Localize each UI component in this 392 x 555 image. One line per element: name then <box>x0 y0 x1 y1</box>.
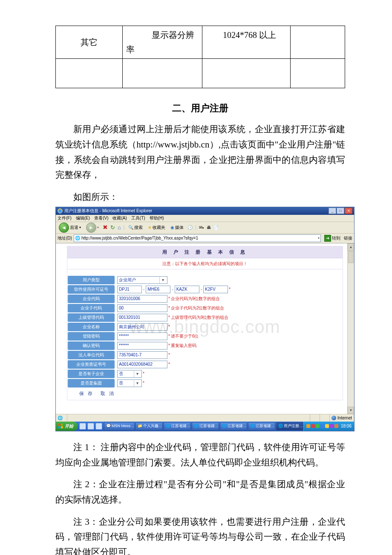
menu-fav[interactable]: 收藏(A) <box>112 214 127 222</box>
input-subcode[interactable]: 00 <box>117 304 167 312</box>
input-legal[interactable]: 73570401-7 <box>117 351 167 359</box>
hint-pwd2: 重复输入密码 <box>171 342 196 349</box>
task-ie-current[interactable]: 🌐用户注册… <box>276 422 303 431</box>
stop-icon[interactable]: ✖ <box>103 223 108 233</box>
save-button[interactable]: 保 存 <box>79 390 94 398</box>
select-user-type[interactable]: 企业用户 ▾ <box>117 276 167 284</box>
close-button[interactable]: ✕ <box>345 208 352 214</box>
scroll-thumb[interactable] <box>348 251 354 263</box>
menu-view[interactable]: 查看(V) <box>94 214 108 222</box>
select-hassub[interactable]: 否 ▾ <box>117 370 142 378</box>
input-name[interactable]: 南京扬州公司 <box>117 323 167 331</box>
address-input[interactable]: 🌐 http://www.jstjbb.cn/WebCenter/Page/Tj… <box>74 234 321 242</box>
label-license: 软件使用许可证号 <box>68 285 115 294</box>
star-icon: ★ <box>148 224 152 231</box>
favorites-button[interactable]: ★ 收藏夹 <box>147 223 167 231</box>
screenshot-figure: 用户注册基本信息 - Microsoft Internet Explorer _… <box>55 207 345 431</box>
task-ie-2[interactable]: 🌐江苏省建… <box>192 422 219 431</box>
select-isgroup[interactable]: 否 ▾ <box>117 379 142 387</box>
task-msn[interactable]: 💬MSN Mess… <box>104 422 135 431</box>
media-button[interactable]: ◉ 媒体 <box>169 223 185 231</box>
history-icon[interactable]: 🕓 <box>187 224 193 231</box>
input-license-4[interactable]: K2FV <box>203 286 228 293</box>
media-icon: ◉ <box>170 224 174 231</box>
input-mgrcode[interactable]: 001320101 <box>117 314 167 321</box>
hint-pwd: 请不要少于6位 <box>171 332 199 340</box>
minimize-button[interactable]: _ <box>329 208 336 214</box>
go-button[interactable]: ➜ 转到 <box>323 234 342 242</box>
tray-icon[interactable] <box>320 424 324 428</box>
window-title: 用户注册基本信息 - Microsoft Internet Explorer <box>64 207 152 214</box>
tray-icon[interactable] <box>306 424 310 428</box>
hint-subcode: 企业子代码为2位数字的组合 <box>171 304 225 312</box>
tray-icon[interactable] <box>325 424 329 428</box>
tray-icon[interactable] <box>316 424 320 428</box>
section-title: 二、用户注册 <box>55 100 345 116</box>
req-cell-extra <box>291 26 345 59</box>
system-tray: 18:06 <box>303 422 354 431</box>
registration-form: 用 户 注 册 基 本 信 息 注意：以下各个输入框均为必须填写的项目！ 用户类… <box>67 246 343 400</box>
forward-arrow-icon: ► <box>86 223 96 233</box>
label-user-type: 用户类型 <box>68 276 115 284</box>
ql-desktop-icon[interactable] <box>87 423 94 430</box>
note-2: 注 2：企业在注册过程"是否有分公司"和"是否是集团成员"根据企业的实际情况选择… <box>55 477 345 507</box>
task-ie-3[interactable]: 🌐江苏省建… <box>220 422 247 431</box>
menu-edit[interactable]: 编辑(E) <box>76 214 90 222</box>
globe-icon <box>331 416 336 420</box>
search-button[interactable]: 🔍 搜索 <box>127 223 144 231</box>
home-icon[interactable]: ⌂ <box>118 223 121 232</box>
input-license-1[interactable]: DPJ1 <box>117 286 142 293</box>
ql-outlook-icon[interactable] <box>95 423 102 430</box>
ql-ie-icon[interactable] <box>79 423 86 430</box>
taskbar: 开始 💬MSN Mess… 📁个人兴趣… 🌐江苏省建… 🌐江苏省建… 🌐江苏省建… <box>56 422 354 431</box>
input-license-2[interactable]: MHE6 <box>146 286 170 293</box>
window-titlebar: 用户注册基本信息 - Microsoft Internet Explorer _… <box>56 207 354 215</box>
chevron-down-icon: ▾ <box>159 276 166 283</box>
maximize-button[interactable]: □ <box>337 208 344 214</box>
quick-launch <box>79 423 102 430</box>
label-name: 企业名称 <box>68 323 115 331</box>
input-cert[interactable]: A0014032068402 <box>117 361 167 368</box>
menu-file[interactable]: 文件(F) <box>58 214 72 222</box>
label-legal: 法人单位代码 <box>68 351 115 359</box>
task-folder[interactable]: 📁个人兴趣… <box>135 422 163 431</box>
tray-icon[interactable] <box>311 424 315 428</box>
req-cell-category: 其它 <box>56 26 123 59</box>
scroll-down-icon[interactable]: ▼ <box>348 407 354 414</box>
mail-icon[interactable]: ✉▾ <box>199 224 204 231</box>
note-1: 注 1： 注册内容中的企业代码，管理部门代码，软件使用许可证号等均应向企业属地管… <box>55 440 345 470</box>
page-icon: 🌐 <box>75 234 80 242</box>
address-bar: 地址(D) 🌐 http://www.jstjbb.cn/WebCenter/P… <box>56 234 354 243</box>
edit-icon[interactable]: 📄 <box>213 224 219 231</box>
back-button[interactable]: ◄ 后退 ▾ <box>58 222 82 233</box>
start-button[interactable]: 开始 <box>56 422 78 431</box>
input-license-3[interactable]: KAZK <box>175 286 199 293</box>
tray-icon[interactable] <box>330 424 334 428</box>
status-zone: Internet <box>330 414 354 422</box>
hint-code: 企业代码为9位数字的组合 <box>171 295 220 302</box>
tray-icon[interactable] <box>334 424 338 428</box>
label-subcode: 企业子代码 <box>68 304 115 312</box>
label-isgroup: 是否是集团 <box>68 379 115 387</box>
vertical-scrollbar[interactable]: ▲ ▼ <box>347 243 354 414</box>
task-ie-1[interactable]: 🌐江苏省建… <box>164 422 191 431</box>
cancel-button[interactable]: 取 消 <box>101 390 115 398</box>
input-pwd2[interactable]: ****** <box>117 342 167 350</box>
menu-tools[interactable]: 工具(T) <box>131 214 145 222</box>
links-label[interactable]: 链接 <box>344 234 352 242</box>
label-hassub: 是否有子企业 <box>68 370 115 378</box>
menu-help[interactable]: 帮助(H) <box>150 214 164 222</box>
forward-button[interactable]: ► ▾ <box>85 222 100 233</box>
svg-rect-3 <box>58 426 61 428</box>
svg-rect-1 <box>58 424 61 426</box>
print-icon[interactable]: 🖶 <box>207 224 211 231</box>
menu-bar: 文件(F) 编辑(E) 查看(V) 收藏(A) 工具(T) 帮助(H) <box>56 215 354 222</box>
task-ie-4[interactable]: 🌐江苏省建… <box>248 422 275 431</box>
refresh-icon[interactable]: ↻ <box>110 223 115 232</box>
input-code[interactable]: 320101006 <box>117 295 167 303</box>
label-pwd2: 确认密码 <box>68 341 115 350</box>
scroll-up-icon[interactable]: ▲ <box>348 243 354 251</box>
windows-logo-icon <box>58 424 63 429</box>
input-pwd[interactable]: ****** <box>117 332 167 340</box>
label-code: 企业代码 <box>68 295 115 303</box>
